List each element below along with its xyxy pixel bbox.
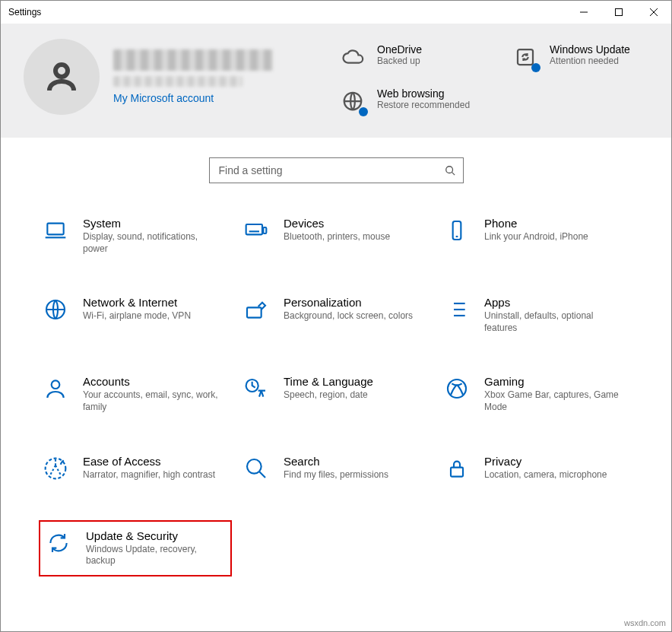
person-icon (42, 375, 69, 402)
keyboard-icon (242, 217, 270, 244)
account-header: My Microsoft account OneDrive Backed up (1, 24, 671, 138)
svg-rect-1 (616, 9, 623, 16)
globe-icon (42, 296, 69, 323)
category-update-security[interactable]: Update & SecurityWindows Update, recover… (39, 520, 232, 576)
svg-point-7 (445, 167, 452, 173)
user-email-redacted (113, 76, 242, 87)
category-search[interactable]: SearchFind my files, permissions (239, 452, 433, 485)
category-accounts[interactable]: AccountsYour accounts, email, sync, work… (39, 372, 232, 416)
onedrive-status[interactable]: OneDrive Backed up (339, 43, 470, 71)
category-personalization[interactable]: PersonalizationBackground, lock screen, … (239, 293, 433, 337)
category-ease-of-access[interactable]: Ease of AccessNarrator, magnifier, high … (39, 452, 232, 485)
wu-title: Windows Update (550, 43, 630, 56)
web-sub: Restore recommended (377, 100, 470, 110)
svg-line-33 (259, 472, 265, 478)
web-title: Web browsing (377, 87, 470, 100)
lock-icon (443, 455, 471, 482)
wu-sub: Attention needed (550, 56, 630, 66)
maximize-button[interactable] (601, 1, 636, 24)
svg-point-30 (448, 380, 466, 398)
search-icon (242, 455, 270, 482)
laptop-icon (42, 217, 69, 244)
globe-icon (339, 87, 366, 115)
window-title: Settings (8, 7, 41, 17)
my-microsoft-account-link[interactable]: My Microsoft account (113, 92, 273, 104)
svg-rect-12 (263, 227, 266, 233)
titlebar: Settings (1, 1, 671, 24)
category-time-language[interactable]: Time & LanguageSpeech, region, date (239, 372, 433, 416)
categories-grid: SystemDisplay, sound, notifications, pow… (24, 214, 648, 576)
category-apps[interactable]: AppsUninstall, defaults, optional featur… (440, 293, 633, 337)
category-devices[interactable]: DevicesBluetooth, printers, mouse (239, 214, 433, 258)
svg-point-32 (247, 459, 262, 474)
settings-content: SystemDisplay, sound, notifications, pow… (1, 138, 671, 631)
attention-badge (359, 107, 368, 116)
update-icon (45, 529, 72, 557)
svg-rect-9 (47, 224, 63, 235)
web-browsing-status[interactable]: Web browsing Restore recommended (339, 87, 470, 115)
xbox-icon (443, 375, 471, 402)
svg-rect-34 (451, 467, 463, 476)
svg-point-4 (55, 65, 68, 77)
category-gaming[interactable]: GamingXbox Game Bar, captures, Game Mode (440, 372, 633, 416)
user-name-redacted (113, 49, 273, 71)
minimize-button[interactable] (566, 1, 601, 24)
list-icon (443, 296, 471, 323)
svg-point-28 (52, 381, 60, 389)
svg-rect-6 (518, 49, 533, 65)
profile-section: My Microsoft account (24, 39, 328, 115)
paint-icon (242, 296, 270, 323)
search-icon (445, 165, 455, 176)
cloud-icon (339, 43, 366, 71)
category-system[interactable]: SystemDisplay, sound, notifications, pow… (39, 214, 232, 258)
sync-icon (512, 43, 539, 71)
time-language-icon (242, 375, 270, 402)
close-button[interactable] (636, 1, 671, 24)
ease-icon (42, 455, 69, 482)
windows-update-status[interactable]: Windows Update Attention needed (512, 39, 630, 115)
svg-line-8 (452, 173, 455, 176)
category-network[interactable]: Network & InternetWi-Fi, airplane mode, … (39, 293, 232, 337)
svg-rect-11 (246, 224, 262, 234)
svg-rect-21 (247, 308, 262, 318)
phone-icon (443, 217, 471, 244)
settings-window: Settings My Microsoft account OneDrive (0, 0, 672, 632)
attention-badge (531, 63, 540, 72)
onedrive-sub: Backed up (377, 56, 422, 66)
search-box[interactable] (209, 157, 464, 183)
avatar (24, 39, 100, 115)
category-phone[interactable]: PhoneLink your Android, iPhone (440, 214, 633, 258)
category-privacy[interactable]: PrivacyLocation, camera, microphone (440, 452, 633, 485)
watermark: wsxdn.com (624, 618, 666, 627)
search-input[interactable] (219, 164, 445, 176)
onedrive-title: OneDrive (377, 43, 422, 56)
